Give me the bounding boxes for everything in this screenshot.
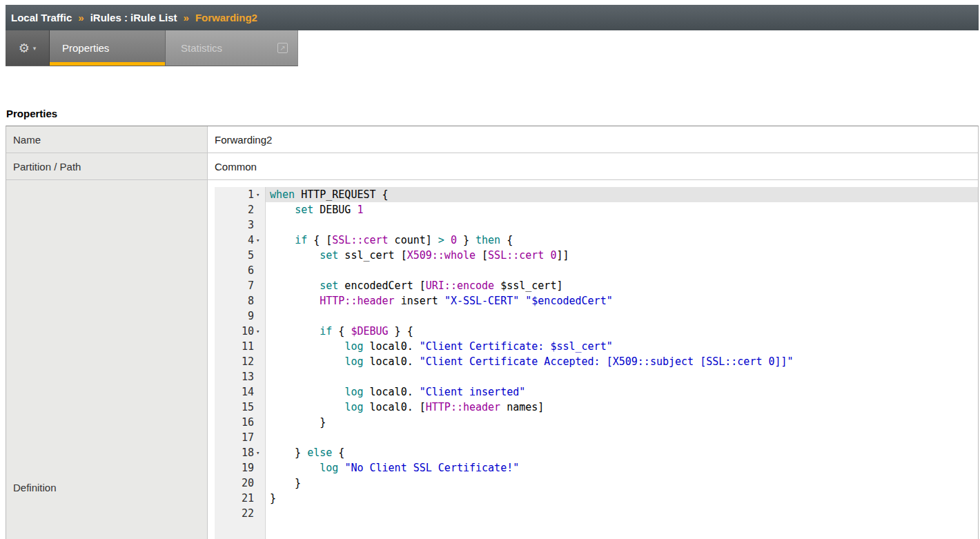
fold-spacer [254, 491, 266, 506]
line-number: 20 [242, 476, 254, 491]
code-line[interactable]: 18▾ } else { [215, 445, 978, 460]
code-line[interactable]: 8 HTTP::header insert "X-SSL-CERT" "$enc… [215, 293, 978, 308]
code-line[interactable]: 5 set ssl_cert [X509::whole [SSL::cert 0… [215, 248, 978, 263]
line-number: 21 [242, 491, 254, 506]
code-line[interactable]: 11 log local0. "Client Certificate: $ssl… [215, 339, 978, 354]
line-number: 16 [242, 415, 254, 430]
property-row-partition: Partition / Path Common [6, 153, 978, 180]
fold-spacer [254, 217, 266, 233]
breadcrumb-item-local-traffic[interactable]: Local Traffic [11, 12, 72, 23]
line-number: 11 [242, 339, 254, 354]
code-line-text: set encodedCert [URI::encode $ssl_cert] [266, 278, 978, 293]
fold-spacer [254, 202, 266, 217]
code-line[interactable]: 13 [215, 369, 978, 384]
fold-arrow-icon[interactable]: ▾ [254, 445, 266, 460]
code-line-text [266, 506, 978, 521]
code-line[interactable]: 16 } [215, 415, 978, 430]
line-number-gutter: 8 [215, 293, 266, 308]
code-line[interactable]: 20 } [215, 476, 978, 491]
line-number: 7 [248, 278, 254, 293]
code-line[interactable]: 21} [215, 491, 978, 506]
line-number: 15 [242, 400, 254, 415]
line-number: 4 [248, 233, 254, 248]
fold-spacer [254, 506, 266, 521]
gear-menu-button[interactable]: ⚙ ▾ [6, 30, 50, 66]
code-line-text: log local0. [HTTP::header names] [266, 400, 978, 415]
section-title: Properties [6, 108, 980, 119]
properties-table: Name Forwarding2 Partition / Path Common… [6, 126, 979, 539]
line-number: 22 [242, 506, 254, 521]
fold-spacer [254, 400, 266, 415]
code-line-text: HTTP::header insert "X-SSL-CERT" "$encod… [266, 293, 978, 308]
line-number-gutter: 16 [215, 415, 266, 430]
code-line-text: } [266, 476, 978, 491]
line-number-gutter: 3 [215, 217, 266, 233]
external-link-icon[interactable]: ↗ [277, 43, 288, 53]
line-number-gutter: 11 [215, 339, 266, 354]
property-row-definition: Definition 1▾when HTTP_REQUEST {2 set DE… [6, 180, 978, 539]
code-line[interactable]: 6 [215, 263, 978, 278]
breadcrumb: Local Traffic » iRules : iRule List » Fo… [6, 5, 979, 30]
code-line-text: set DEBUG 1 [266, 202, 978, 217]
line-number: 14 [242, 384, 254, 400]
tab-properties[interactable]: Properties [50, 30, 166, 66]
code-line[interactable]: 3 [215, 217, 978, 233]
fold-arrow-icon[interactable]: ▾ [254, 187, 266, 202]
code-line-text [266, 263, 978, 278]
line-number: 12 [242, 354, 254, 369]
line-number: 1 [248, 187, 254, 202]
fold-spacer [254, 415, 266, 430]
line-number: 19 [242, 460, 254, 476]
definition-value-cell: 1▾when HTTP_REQUEST {2 set DEBUG 134▾ if… [208, 180, 978, 539]
code-line[interactable]: 10▾ if { $DEBUG } { [215, 324, 978, 339]
fold-spacer [254, 339, 266, 354]
code-line[interactable]: 1▾when HTTP_REQUEST { [215, 187, 978, 202]
line-number-gutter: 22 [215, 506, 266, 521]
code-line-text: } [266, 491, 978, 506]
line-number-gutter: 20 [215, 476, 266, 491]
line-number-gutter: 14 [215, 384, 266, 400]
line-number-gutter: 7 [215, 278, 266, 293]
partition-value: Common [208, 153, 978, 179]
line-number: 9 [248, 308, 254, 324]
code-line-text: log local0. "Client Certificate: $ssl_ce… [266, 339, 978, 354]
fold-arrow-icon[interactable]: ▾ [254, 324, 266, 339]
code-line-text: log local0. "Client Certificate Accepted… [266, 354, 978, 369]
code-line[interactable]: 14 log local0. "Client inserted" [215, 384, 978, 400]
fold-spacer [254, 293, 266, 308]
line-number: 17 [242, 430, 254, 445]
code-line[interactable]: 17 [215, 430, 978, 445]
code-line[interactable]: 2 set DEBUG 1 [215, 202, 978, 217]
line-number-gutter: 10▾ [215, 324, 266, 339]
fold-spacer [254, 354, 266, 369]
code-line-text [266, 217, 978, 233]
code-line[interactable]: 9 [215, 308, 978, 324]
breadcrumb-item-irule-list[interactable]: iRules : iRule List [90, 12, 177, 23]
name-value: Forwarding2 [208, 126, 978, 153]
line-number-gutter: 12 [215, 354, 266, 369]
fold-spacer [254, 278, 266, 293]
chevron-down-icon: ▾ [33, 45, 37, 52]
line-number: 10 [242, 324, 254, 339]
line-number: 13 [242, 369, 254, 384]
breadcrumb-separator-icon: » [78, 12, 84, 23]
code-line[interactable]: 19 log "No Client SSL Certificate!" [215, 460, 978, 476]
fold-spacer [254, 263, 266, 278]
fold-spacer [254, 369, 266, 384]
fold-arrow-icon[interactable]: ▾ [254, 233, 266, 248]
code-line-text: log "No Client SSL Certificate!" [266, 460, 978, 476]
definition-label: Definition [13, 482, 57, 493]
tab-properties-label: Properties [62, 42, 109, 54]
line-number: 5 [248, 248, 254, 263]
code-editor[interactable]: 1▾when HTTP_REQUEST {2 set DEBUG 134▾ if… [215, 187, 978, 539]
fold-spacer [254, 460, 266, 476]
code-line[interactable]: 4▾ if { [SSL::cert count] > 0 } then { [215, 233, 978, 248]
gear-icon: ⚙ [19, 41, 30, 56]
code-line[interactable]: 15 log local0. [HTTP::header names] [215, 400, 978, 415]
code-line[interactable]: 22 [215, 506, 978, 521]
code-line-text [266, 369, 978, 384]
line-number: 3 [248, 217, 254, 233]
code-line[interactable]: 7 set encodedCert [URI::encode $ssl_cert… [215, 278, 978, 293]
tab-statistics[interactable]: Statistics ↗ [166, 30, 297, 66]
code-line[interactable]: 12 log local0. "Client Certificate Accep… [215, 354, 978, 369]
